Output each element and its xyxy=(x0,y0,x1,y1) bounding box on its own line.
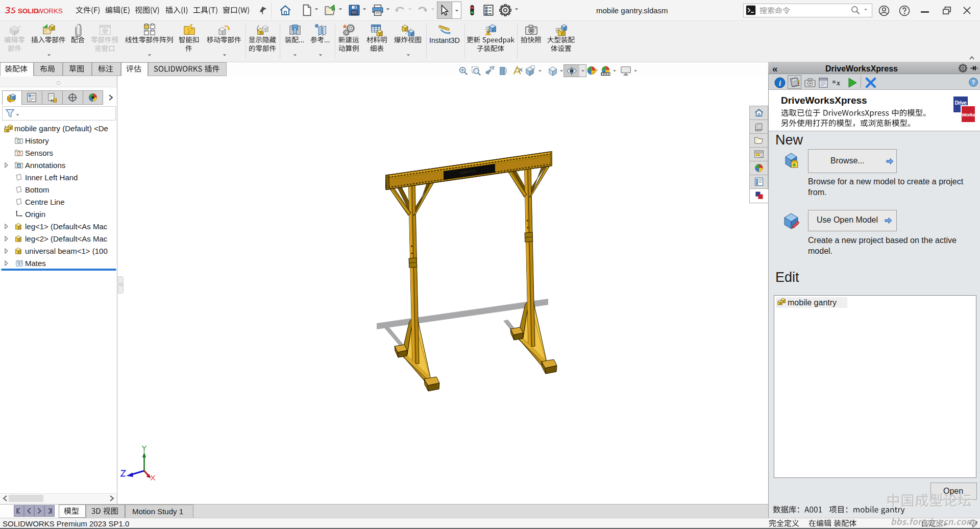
svg-text:x: x xyxy=(836,79,840,87)
svg-text:SOLID: SOLID xyxy=(18,7,39,15)
svg-text:WORKS: WORKS xyxy=(37,7,63,15)
svg-text:?: ? xyxy=(972,79,975,85)
